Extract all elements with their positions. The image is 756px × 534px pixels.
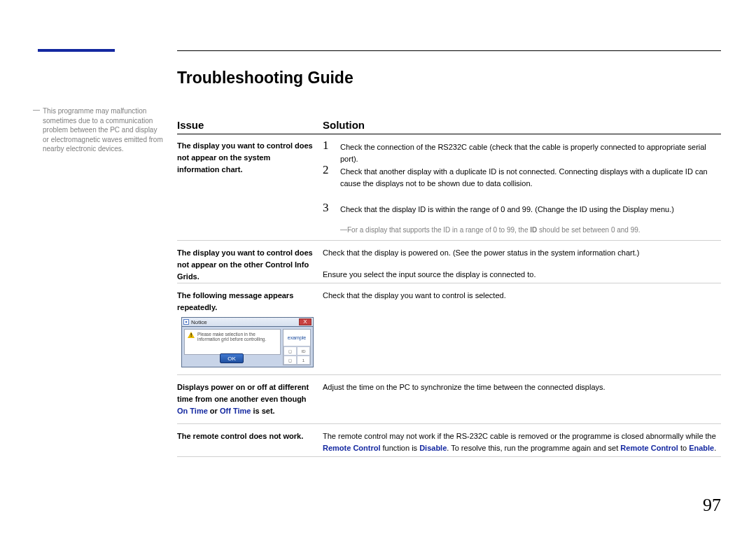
issue-segment: or <box>208 407 220 415</box>
issue-segment: Displays power on or off at different ti… <box>177 383 309 403</box>
dialog-screenshot: Notice X Please make selection in the in… <box>181 317 314 367</box>
solution-text: Ensure you select the input source the d… <box>323 269 722 281</box>
side-note: ― This programme may malfunction sometim… <box>38 106 165 154</box>
issue-segment: is set. <box>251 407 274 415</box>
solution-segment: The remote control may not work if the R… <box>323 432 716 440</box>
solution-text: Check that the display you want to contr… <box>323 290 722 302</box>
dialog-side-panel: example ◻ ID ◻ 1 <box>283 329 311 365</box>
warning-icon <box>188 332 195 338</box>
step-number: 3 <box>323 201 329 215</box>
mini-cell: ◻ <box>284 346 297 356</box>
row-divider <box>177 240 721 241</box>
solution-segment: function is <box>381 444 420 452</box>
dialog-titlebar: Notice X <box>181 317 314 326</box>
footnote-text: For a display that supports the ID in a … <box>347 226 530 234</box>
row-divider <box>177 423 721 424</box>
issue-text: The display you want to control does not… <box>177 247 314 283</box>
solution-text: Check that the display ID is within the … <box>340 204 722 216</box>
blue-term: Enable <box>689 444 714 452</box>
mini-cell: ID <box>297 346 310 356</box>
solution-text: The remote control may not work if the R… <box>323 430 722 454</box>
footnote-bold: ID <box>530 226 537 234</box>
dash-icon: ― <box>340 225 347 234</box>
ok-button: OK <box>220 353 244 363</box>
solution-text: Check that another display with a duplic… <box>340 166 722 190</box>
footnote: ― For a display that supports the ID in … <box>347 225 722 235</box>
solution-text: Check that the display is powered on. (S… <box>323 247 722 259</box>
issue-text: The following message appears repeatedly… <box>177 290 314 314</box>
column-header-issue: Issue <box>177 119 204 131</box>
page-title: Troubleshooting Guide <box>177 69 354 87</box>
header-rule <box>177 134 721 134</box>
row-divider <box>177 456 721 457</box>
top-rule <box>177 50 721 51</box>
dash-icon: ― <box>33 105 40 115</box>
side-note-text: This programme may malfunction sometimes… <box>43 107 163 153</box>
blue-term: Remote Control <box>620 444 678 452</box>
solution-text: Adjust the time on the PC to synchronize… <box>323 381 722 393</box>
issue-text: Displays power on or off at different ti… <box>177 381 314 417</box>
mini-cell: ◻ <box>284 356 297 365</box>
mini-grid: ◻ ID ◻ 1 <box>284 346 310 365</box>
issue-text: The remote control does not work. <box>177 430 314 442</box>
blue-term: Disable <box>419 444 447 452</box>
dialog-app-icon <box>183 319 189 325</box>
column-header-solution: Solution <box>323 119 365 131</box>
dialog-message-box: Please make selection in the information… <box>184 329 281 355</box>
accent-bar <box>38 49 115 52</box>
solution-segment: . To resolve this, run the programme aga… <box>447 444 620 452</box>
page-number: 97 <box>703 495 721 516</box>
dialog-title-text: Notice <box>191 319 207 325</box>
issue-text: The display you want to control does not… <box>177 140 314 176</box>
close-icon: X <box>299 318 312 325</box>
solution-segment: to <box>678 444 689 452</box>
row-divider <box>177 283 721 283</box>
blue-term: Off Time <box>220 407 251 415</box>
dialog-message: Please make selection in the information… <box>197 332 277 342</box>
step-number: 2 <box>323 163 329 177</box>
dialog-body: Please make selection in the information… <box>181 326 314 367</box>
blue-term: On Time <box>177 407 208 415</box>
row-divider <box>177 374 721 375</box>
blue-term: Remote Control <box>323 444 381 452</box>
example-label: example <box>284 330 310 346</box>
step-number: 1 <box>323 139 329 153</box>
solution-segment: . <box>714 444 716 452</box>
solution-text: Check the connection of the RS232C cable… <box>340 141 722 165</box>
footnote-text: should be set between 0 and 99. <box>537 226 640 234</box>
mini-cell: 1 <box>297 356 310 365</box>
